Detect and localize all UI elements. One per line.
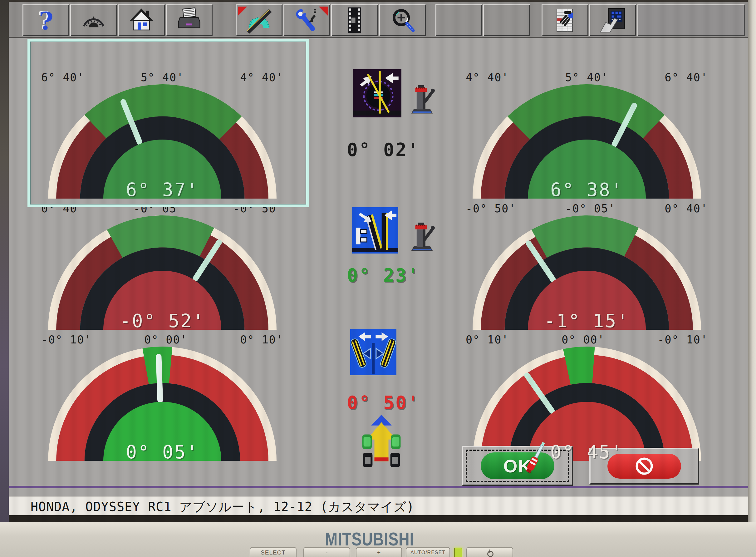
blank-button-2 xyxy=(483,4,530,36)
jack-icon xyxy=(409,218,435,254)
vehicle-spec-text: HONDA, ODYSSEY RC1 アブソルート, 12-12 (カスタマイズ… xyxy=(31,498,415,516)
scale-label: -0° 10' xyxy=(657,333,708,347)
protractor-icon xyxy=(246,7,272,34)
monitor-power-button[interactable] xyxy=(466,547,513,557)
scale-label: 0° 10' xyxy=(240,333,283,347)
zoom-button[interactable] xyxy=(379,4,426,36)
gauge-value: -1° 15' xyxy=(459,310,715,331)
gauge-value: 6° 37' xyxy=(34,179,290,200)
scale-label: 0° 10' xyxy=(466,333,509,347)
monitor-select-button[interactable]: SELECT xyxy=(250,547,297,557)
scale-label: -0° 05' xyxy=(133,202,184,216)
caster-cross-value: 0° 02' xyxy=(321,139,446,160)
gauge-camber-right: -0° 50' -0° 05' 0° 40' -1° 15' xyxy=(459,202,715,333)
monitor-button-label: AUTO/RESET xyxy=(411,550,446,555)
gauge-value: 0° 05' xyxy=(34,441,290,463)
gauge-camber-left: 0° 40' -0° 05' -0° 50' -0° 52' xyxy=(34,202,290,333)
scale-label: 6° 40' xyxy=(665,71,708,85)
monitor-minus-button[interactable]: - xyxy=(303,547,350,557)
house-icon xyxy=(128,7,155,34)
gauge-value: -0° 52' xyxy=(34,310,290,331)
blank-button-1 xyxy=(435,4,482,36)
spreadsheet-hand-icon xyxy=(551,7,578,34)
scale-label: 4° 40' xyxy=(466,71,509,85)
meter-button[interactable] xyxy=(70,4,117,36)
toe-total-value: 0° 50' xyxy=(321,392,446,413)
home-button[interactable] xyxy=(118,4,165,36)
crt-monitor: ? ? xyxy=(0,0,756,557)
screen-edge xyxy=(9,515,748,522)
bezel-bottom: MITSUBISHI SELECT - + AUTO/RESET xyxy=(0,522,756,557)
panel-separator xyxy=(9,486,748,488)
scale-label: 0° 40' xyxy=(41,202,84,216)
toolbar-spacer xyxy=(637,4,745,36)
scale-label: -0° 50' xyxy=(233,202,283,216)
film-strip-icon xyxy=(341,7,368,34)
console-button[interactable] xyxy=(589,4,636,36)
status-bar: HONDA, ODYSSEY RC1 アブソルート, 12-12 (カスタマイズ… xyxy=(9,496,748,516)
video-button[interactable] xyxy=(331,4,378,36)
monitor-button-label: + xyxy=(377,549,381,556)
scale-label: 0° 40' xyxy=(665,202,708,216)
gauge-value: 6° 38' xyxy=(459,179,715,200)
gauge-caster-left: 6° 40' 5° 40' 4° 40' 6° 37' xyxy=(34,71,290,202)
scale-label: 6° 40' xyxy=(41,71,84,85)
help-button[interactable]: ? ? xyxy=(23,4,69,36)
car-front-axle-icon xyxy=(362,415,401,470)
gauge-toe-right: 0° 10' 0° 00' -0° 10' 0° 45' xyxy=(459,333,715,465)
measure-button[interactable] xyxy=(236,4,282,36)
magnifier-plus-icon xyxy=(389,7,416,34)
monitor-auto-reset-button[interactable]: AUTO/RESET xyxy=(406,547,450,557)
print-button[interactable] xyxy=(166,4,213,36)
machine-hand-icon xyxy=(599,7,626,34)
worksheet-button[interactable] xyxy=(542,4,588,36)
gauge-dial-icon xyxy=(80,7,107,34)
monitor-button-label: - xyxy=(326,549,328,556)
camber-wheel-icon xyxy=(352,207,398,254)
caster-wheel-icon xyxy=(353,69,401,117)
gauge-toe-left: -0° 10' 0° 00' 0° 10' 0° 05' xyxy=(34,333,290,465)
scale-label: 5° 40' xyxy=(141,71,184,85)
bezel-right xyxy=(748,0,756,557)
monitor-plus-button[interactable]: + xyxy=(356,547,402,557)
monitor-brand: MITSUBISHI xyxy=(74,528,665,550)
toe-wheels-icon xyxy=(350,329,396,375)
bezel-left xyxy=(0,0,9,522)
scale-label: -0° 05' xyxy=(565,202,616,216)
question-mark-icon: ? ? xyxy=(32,7,59,34)
printer-icon xyxy=(176,7,203,34)
jack-icon xyxy=(409,81,435,116)
scale-label: 4° 40' xyxy=(240,71,283,85)
gauge-value: 0° 45' xyxy=(459,441,715,463)
aligner-screen: ? ? xyxy=(9,0,748,522)
power-icon xyxy=(487,550,493,556)
camber-cross-value: 0° 23' xyxy=(321,265,446,286)
gauge-caster-right: 4° 40' 5° 40' 6° 40' 6° 38' xyxy=(459,71,715,202)
monitor-button-label: SELECT xyxy=(261,549,285,556)
scale-label: -0° 10' xyxy=(41,333,92,347)
scale-label: -0° 50' xyxy=(466,202,516,216)
scale-label: 5° 40' xyxy=(565,71,608,85)
adjust-button[interactable] xyxy=(283,4,330,36)
wrench-arrow-icon xyxy=(294,7,320,34)
scale-label: 0° 00' xyxy=(562,333,605,347)
svg-text:?: ? xyxy=(39,7,53,34)
power-led xyxy=(454,548,462,557)
measurement-panel: 6° 40' 5° 40' 4° 40' 6° 37' 4° 40' 5° 40… xyxy=(9,38,748,486)
scale-label: 0° 00' xyxy=(144,333,187,347)
screwdriver-cursor-icon xyxy=(524,440,547,478)
toolbar: ? ? xyxy=(9,0,748,38)
